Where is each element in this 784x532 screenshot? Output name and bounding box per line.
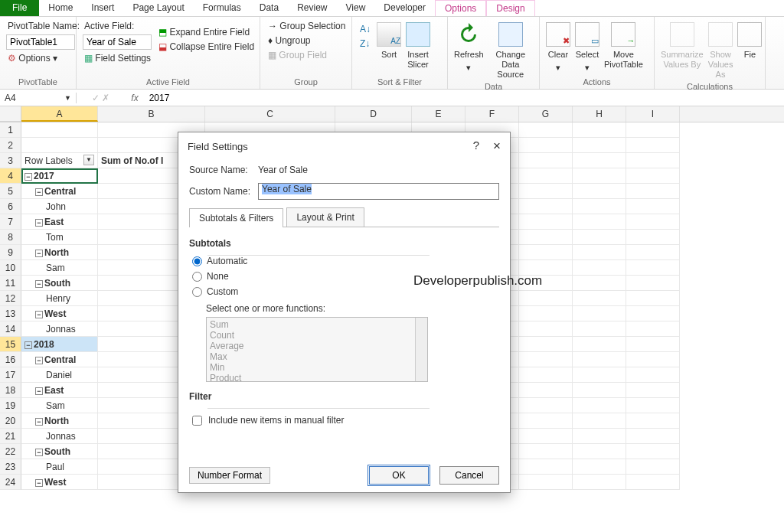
expand-field-button[interactable]: ⬒ Expand Entire Field (157, 26, 256, 38)
cell[interactable] (573, 214, 626, 230)
row-header[interactable]: 15 (0, 337, 21, 352)
cell[interactable] (626, 276, 680, 291)
cell[interactable] (573, 444, 626, 459)
tab-home[interactable]: Home (39, 0, 82, 16)
cell[interactable] (519, 214, 573, 230)
sort-button[interactable]: AZSort (377, 20, 401, 60)
row-header[interactable]: 22 (0, 444, 21, 459)
row-header[interactable]: 8 (0, 230, 21, 245)
chevron-down-icon[interactable]: ▼ (64, 94, 71, 102)
cell[interactable] (519, 321, 573, 337)
cell[interactable] (626, 413, 680, 429)
tab-page-layout[interactable]: Page Layout (123, 0, 193, 16)
cell[interactable] (626, 306, 680, 321)
ok-button[interactable]: OK (369, 466, 429, 485)
row-header[interactable]: 11 (0, 276, 21, 291)
cell[interactable] (573, 230, 626, 245)
collapse-icon[interactable]: − (35, 188, 43, 196)
cell[interactable]: −North (21, 245, 98, 260)
cell[interactable]: −East (21, 383, 98, 398)
select-all-corner[interactable] (0, 106, 21, 122)
ungroup-button[interactable]: ♦ Ungroup (266, 34, 347, 47)
custom-name-input[interactable]: Year of Sale (258, 183, 499, 200)
cell[interactable]: Paul (21, 459, 98, 475)
cell[interactable]: −2018 (21, 337, 98, 352)
cell[interactable] (626, 321, 680, 337)
options-button[interactable]: ⚙ Options ▾ (6, 52, 81, 64)
collapse-field-button[interactable]: ⬓ Collapse Entire Field (157, 41, 256, 53)
row-header[interactable]: 23 (0, 459, 21, 475)
cell[interactable] (519, 398, 573, 413)
row-header[interactable]: 17 (0, 367, 21, 383)
row-header[interactable]: 3 (0, 153, 21, 168)
cell[interactable] (573, 291, 626, 306)
cell[interactable] (573, 184, 626, 199)
row-header[interactable]: 13 (0, 306, 21, 321)
cell[interactable]: −South (21, 276, 98, 291)
help-icon[interactable]: ? (473, 139, 479, 154)
radio-automatic[interactable]: Automatic (192, 256, 499, 266)
cell[interactable] (573, 153, 626, 168)
sort-az-button[interactable]: A↓ (358, 23, 372, 35)
cell[interactable] (519, 383, 573, 398)
cell[interactable] (21, 122, 98, 138)
collapse-icon[interactable]: − (35, 280, 43, 288)
fields-button[interactable]: Fie (737, 20, 762, 60)
cell[interactable]: −East (21, 214, 98, 230)
cell[interactable] (519, 413, 573, 429)
row-header[interactable]: 20 (0, 413, 21, 429)
row-header[interactable]: 2 (0, 138, 21, 153)
cell[interactable]: Sam (21, 398, 98, 413)
cell[interactable] (626, 153, 680, 168)
include-new-items-checkbox[interactable] (192, 416, 202, 426)
cell[interactable] (626, 291, 680, 306)
cell[interactable] (626, 475, 680, 490)
row-header[interactable]: 4 (0, 168, 21, 184)
tab-view[interactable]: View (337, 0, 375, 16)
cell[interactable] (573, 352, 626, 367)
collapse-icon[interactable]: − (35, 219, 43, 227)
cell[interactable] (626, 138, 680, 153)
tab-insert[interactable]: Insert (82, 0, 123, 16)
collapse-icon[interactable]: − (35, 357, 43, 364)
clear-button[interactable]: ✖Clear▾ (546, 20, 570, 73)
row-header[interactable]: 6 (0, 199, 21, 214)
row-header[interactable]: 12 (0, 291, 21, 306)
cell[interactable]: −2017 (21, 168, 98, 184)
cell[interactable] (573, 122, 626, 138)
cell[interactable] (626, 230, 680, 245)
cell[interactable]: Jonnas (21, 321, 98, 337)
cell[interactable] (573, 199, 626, 214)
row-header[interactable]: 5 (0, 184, 21, 199)
row-header[interactable]: 10 (0, 260, 21, 276)
sort-za-button[interactable]: Z↓ (358, 38, 372, 50)
cell[interactable] (573, 413, 626, 429)
insert-slicer-button[interactable]: Insert Slicer (406, 20, 430, 70)
cell[interactable]: −North (21, 413, 98, 429)
tab-review[interactable]: Review (288, 0, 336, 16)
col-header-b[interactable]: B (98, 106, 205, 122)
cell[interactable] (573, 276, 626, 291)
cell[interactable] (626, 199, 680, 214)
cell[interactable]: −West (21, 475, 98, 490)
close-icon[interactable]: × (493, 139, 501, 154)
cell[interactable] (626, 444, 680, 459)
move-pivottable-button[interactable]: →Move PivotTable (604, 20, 643, 70)
cell[interactable] (519, 184, 573, 199)
col-header-d[interactable]: D (335, 106, 412, 122)
cell[interactable] (573, 306, 626, 321)
tab-subtotals-filters[interactable]: Subtotals & Filters (189, 208, 283, 227)
cell[interactable] (519, 337, 573, 352)
collapse-icon[interactable]: − (35, 311, 43, 318)
row-header[interactable]: 16 (0, 352, 21, 367)
col-header-g[interactable]: G (519, 106, 573, 122)
row-header[interactable]: 1 (0, 122, 21, 138)
row-header[interactable]: 24 (0, 475, 21, 490)
cell[interactable] (21, 138, 98, 153)
col-header-f[interactable]: F (466, 106, 519, 122)
pivottable-name-input[interactable] (6, 34, 75, 50)
cell[interactable] (626, 398, 680, 413)
col-header-e[interactable]: E (412, 106, 466, 122)
cell[interactable] (626, 352, 680, 367)
row-header[interactable]: 9 (0, 245, 21, 260)
